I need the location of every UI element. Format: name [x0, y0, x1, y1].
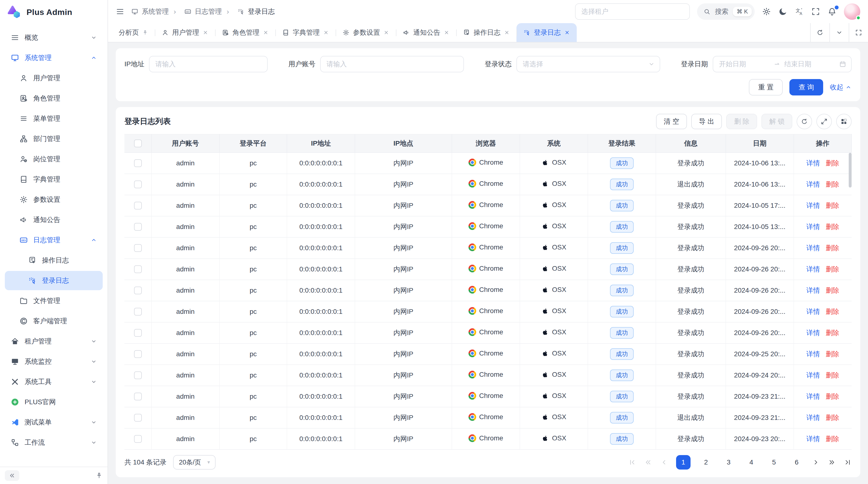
- sidebar-item[interactable]: 用户管理: [5, 68, 103, 88]
- sidebar-item[interactable]: 部门管理: [5, 129, 103, 149]
- sidebar-item[interactable]: 登录日志: [5, 271, 103, 290]
- detail-link[interactable]: 详情: [807, 286, 820, 295]
- row-checkbox[interactable]: [134, 159, 142, 167]
- delete-link[interactable]: 删除: [826, 222, 839, 231]
- sidebar-item[interactable]: 租户管理: [5, 332, 103, 351]
- detail-link[interactable]: 详情: [807, 265, 820, 274]
- maximize-content-button[interactable]: [849, 23, 868, 42]
- pin-sidebar-button[interactable]: [95, 472, 103, 479]
- page-number-button[interactable]: 1: [676, 455, 690, 470]
- sidebar-item[interactable]: 工作流: [5, 433, 103, 452]
- sidebar-item[interactable]: 客户端管理: [5, 312, 103, 331]
- delete-link[interactable]: 删除: [826, 434, 839, 444]
- last-page-button[interactable]: [844, 458, 851, 466]
- column-header[interactable]: IP地点: [355, 134, 452, 153]
- table-scrollbar[interactable]: [849, 153, 851, 268]
- page-number-button[interactable]: 2: [699, 455, 713, 470]
- breadcrumb-item[interactable]: 登录日志: [222, 7, 275, 16]
- row-checkbox[interactable]: [134, 350, 142, 358]
- close-icon[interactable]: [383, 30, 389, 35]
- detail-link[interactable]: 详情: [807, 434, 820, 444]
- detail-link[interactable]: 详情: [807, 371, 820, 380]
- detail-link[interactable]: 详情: [807, 244, 820, 253]
- next-ten-pages-button[interactable]: [828, 458, 836, 466]
- row-checkbox[interactable]: [134, 202, 142, 209]
- column-header[interactable]: IP地址: [287, 134, 355, 153]
- delete-link[interactable]: 删除: [826, 244, 839, 253]
- scrollbar-thumb[interactable]: [849, 153, 851, 188]
- row-checkbox[interactable]: [134, 308, 142, 316]
- tab[interactable]: 角色管理: [215, 23, 275, 42]
- clear-button[interactable]: 清 空: [656, 114, 687, 129]
- sidebar-item[interactable]: 文件管理: [5, 291, 103, 311]
- login-status-select[interactable]: 请选择: [517, 56, 660, 72]
- prev-ten-pages-button[interactable]: [644, 458, 652, 466]
- sidebar-item[interactable]: DEV 日志管理: [5, 230, 103, 250]
- refresh-tab-button[interactable]: [810, 23, 830, 42]
- header-action-button[interactable]: [778, 7, 787, 16]
- page-number-button[interactable]: 5: [767, 455, 781, 470]
- column-settings-button[interactable]: [836, 114, 851, 129]
- sidebar-toggle-button[interactable]: [116, 7, 124, 16]
- delete-link[interactable]: 删除: [826, 265, 839, 274]
- collapse-sidebar-button[interactable]: [5, 470, 19, 481]
- tab-options-button[interactable]: [830, 23, 849, 42]
- tab[interactable]: 参数设置: [336, 23, 396, 42]
- tab[interactable]: 通知公告: [396, 23, 456, 42]
- tab[interactable]: 字典管理: [275, 23, 336, 42]
- delete-button[interactable]: 删 除: [726, 114, 757, 129]
- close-icon[interactable]: [263, 30, 269, 35]
- close-icon[interactable]: [444, 30, 450, 35]
- ip-address-input[interactable]: [149, 56, 268, 72]
- delete-link[interactable]: 删除: [826, 392, 839, 401]
- delete-link[interactable]: 删除: [826, 328, 839, 337]
- collapse-filter-link[interactable]: 收起: [830, 83, 851, 92]
- detail-link[interactable]: 详情: [807, 180, 820, 189]
- reset-button[interactable]: 重 置: [749, 79, 783, 95]
- breadcrumb-item[interactable]: 系统管理: [131, 7, 169, 16]
- close-icon[interactable]: [203, 30, 208, 35]
- column-header[interactable]: 系统: [520, 134, 588, 153]
- tab[interactable]: 操作日志: [456, 23, 517, 42]
- row-checkbox[interactable]: [134, 287, 142, 294]
- column-header[interactable]: 信息: [656, 134, 726, 153]
- header-action-button[interactable]: [828, 7, 837, 16]
- unlock-button[interactable]: 解 锁: [762, 114, 792, 129]
- tenant-select-input[interactable]: [575, 3, 690, 20]
- close-icon[interactable]: [323, 30, 329, 35]
- column-header[interactable]: 登录结果: [588, 134, 656, 153]
- detail-link[interactable]: 详情: [807, 392, 820, 401]
- column-header[interactable]: 登录平台: [219, 134, 287, 153]
- breadcrumb-item[interactable]: DEV 日志管理: [169, 7, 222, 16]
- sidebar-item[interactable]: 通知公告: [5, 210, 103, 229]
- close-icon[interactable]: [564, 30, 570, 35]
- sidebar-item[interactable]: 系统监控: [5, 352, 103, 371]
- row-checkbox[interactable]: [134, 435, 142, 443]
- delete-link[interactable]: 删除: [826, 201, 839, 210]
- delete-link[interactable]: 删除: [826, 159, 839, 168]
- close-icon[interactable]: [504, 30, 510, 35]
- tab[interactable]: 登录日志: [517, 23, 577, 42]
- pin-icon[interactable]: [142, 30, 148, 35]
- select-all-checkbox[interactable]: [134, 139, 142, 147]
- row-checkbox[interactable]: [134, 244, 142, 252]
- refresh-table-button[interactable]: [797, 114, 812, 129]
- row-checkbox[interactable]: [134, 393, 142, 400]
- detail-link[interactable]: 详情: [807, 222, 820, 231]
- first-page-button[interactable]: [628, 458, 636, 466]
- fullscreen-table-button[interactable]: [816, 114, 832, 129]
- column-header[interactable]: 操作: [794, 134, 851, 153]
- sidebar-item[interactable]: 岗位管理: [5, 150, 103, 169]
- sidebar-item[interactable]: 系统工具: [5, 372, 103, 391]
- page-number-button[interactable]: 4: [744, 455, 758, 470]
- delete-link[interactable]: 删除: [826, 413, 839, 422]
- tab[interactable]: 分析页: [112, 23, 155, 42]
- column-header[interactable]: 日期: [726, 134, 794, 153]
- delete-link[interactable]: 删除: [826, 307, 839, 316]
- login-date-range[interactable]: 开始日期 结束日期: [713, 56, 851, 72]
- header-action-button[interactable]: 文A: [795, 7, 804, 16]
- delete-link[interactable]: 删除: [826, 371, 839, 380]
- row-checkbox[interactable]: [134, 372, 142, 379]
- page-size-select[interactable]: 20条/页 ▼: [173, 455, 216, 470]
- page-number-button[interactable]: 3: [721, 455, 736, 470]
